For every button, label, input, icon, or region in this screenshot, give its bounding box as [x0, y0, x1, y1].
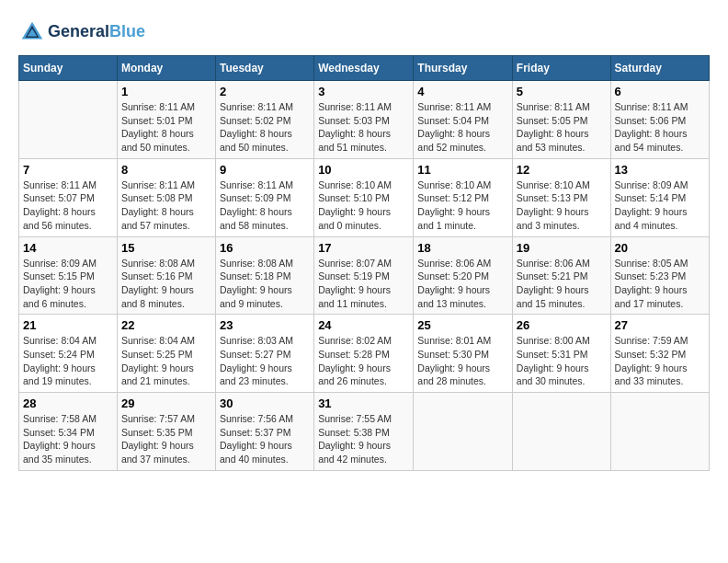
day-cell: 24 Sunrise: 8:02 AMSunset: 5:28 PMDaylig…	[314, 315, 414, 393]
day-cell: 16 Sunrise: 8:08 AMSunset: 5:18 PMDaylig…	[215, 236, 313, 315]
day-info: Sunrise: 8:01 AMSunset: 5:30 PMDaylight:…	[417, 334, 508, 388]
day-number: 4	[417, 85, 508, 98]
header-cell-friday: Friday	[512, 56, 610, 81]
day-cell: 12 Sunrise: 8:10 AMSunset: 5:13 PMDaylig…	[512, 158, 610, 236]
day-info: Sunrise: 8:11 AMSunset: 5:07 PMDaylight:…	[23, 178, 113, 233]
day-cell	[610, 393, 709, 471]
day-info: Sunrise: 8:11 AMSunset: 5:06 PMDaylight:…	[615, 100, 705, 155]
day-number: 31	[318, 396, 409, 410]
day-number: 27	[615, 318, 705, 332]
day-number: 10	[318, 163, 409, 177]
day-info: Sunrise: 8:07 AMSunset: 5:19 PMDaylight:…	[318, 257, 409, 311]
calendar-table: SundayMondayTuesdayWednesdayThursdayFrid…	[18, 55, 710, 471]
day-info: Sunrise: 8:09 AMSunset: 5:15 PMDaylight:…	[23, 257, 113, 311]
day-cell: 11 Sunrise: 8:10 AMSunset: 5:12 PMDaylig…	[414, 158, 513, 236]
week-row-4: 21 Sunrise: 8:04 AMSunset: 5:24 PMDaylig…	[19, 315, 710, 393]
day-cell	[19, 81, 118, 159]
header-cell-saturday: Saturday	[610, 56, 709, 81]
day-info: Sunrise: 8:03 AMSunset: 5:27 PMDaylight:…	[220, 334, 310, 388]
header-cell-sunday: Sunday	[19, 56, 118, 81]
day-cell: 10 Sunrise: 8:10 AMSunset: 5:10 PMDaylig…	[314, 158, 414, 236]
day-info: Sunrise: 8:11 AMSunset: 5:04 PMDaylight:…	[417, 100, 508, 155]
day-info: Sunrise: 7:59 AMSunset: 5:32 PMDaylight:…	[615, 334, 705, 388]
day-info: Sunrise: 8:11 AMSunset: 5:09 PMDaylight:…	[220, 178, 310, 233]
header-row: SundayMondayTuesdayWednesdayThursdayFrid…	[19, 56, 710, 81]
day-info: Sunrise: 7:58 AMSunset: 5:34 PMDaylight:…	[23, 412, 113, 466]
week-row-2: 7 Sunrise: 8:11 AMSunset: 5:07 PMDayligh…	[19, 158, 710, 236]
week-row-1: 1 Sunrise: 8:11 AMSunset: 5:01 PMDayligh…	[19, 81, 710, 159]
day-info: Sunrise: 8:00 AMSunset: 5:31 PMDaylight:…	[517, 334, 607, 388]
day-cell: 8 Sunrise: 8:11 AMSunset: 5:08 PMDayligh…	[117, 158, 215, 236]
day-cell: 22 Sunrise: 8:04 AMSunset: 5:25 PMDaylig…	[117, 315, 215, 393]
day-info: Sunrise: 7:55 AMSunset: 5:38 PMDaylight:…	[318, 412, 409, 466]
day-cell: 18 Sunrise: 8:06 AMSunset: 5:20 PMDaylig…	[414, 236, 513, 315]
day-info: Sunrise: 8:10 AMSunset: 5:13 PMDaylight:…	[517, 178, 607, 233]
day-cell: 14 Sunrise: 8:09 AMSunset: 5:15 PMDaylig…	[19, 236, 118, 315]
day-info: Sunrise: 8:11 AMSunset: 5:03 PMDaylight:…	[318, 100, 409, 155]
day-info: Sunrise: 8:06 AMSunset: 5:20 PMDaylight:…	[417, 257, 508, 311]
day-number: 14	[23, 241, 113, 255]
day-number: 9	[220, 163, 310, 177]
day-info: Sunrise: 8:05 AMSunset: 5:23 PMDaylight:…	[615, 257, 705, 311]
day-number: 21	[23, 318, 113, 332]
day-number: 19	[517, 241, 607, 255]
day-info: Sunrise: 8:10 AMSunset: 5:12 PMDaylight:…	[417, 178, 508, 233]
day-cell: 6 Sunrise: 8:11 AMSunset: 5:06 PMDayligh…	[610, 81, 709, 159]
day-cell: 2 Sunrise: 8:11 AMSunset: 5:02 PMDayligh…	[215, 81, 313, 159]
day-cell	[512, 393, 610, 471]
day-number: 22	[121, 318, 211, 332]
day-info: Sunrise: 8:08 AMSunset: 5:16 PMDaylight:…	[121, 257, 211, 311]
day-number: 5	[517, 85, 607, 98]
day-number: 30	[220, 396, 310, 410]
logo-icon	[18, 18, 46, 46]
day-cell: 31 Sunrise: 7:55 AMSunset: 5:38 PMDaylig…	[314, 393, 414, 471]
week-row-5: 28 Sunrise: 7:58 AMSunset: 5:34 PMDaylig…	[19, 393, 710, 471]
day-cell: 27 Sunrise: 7:59 AMSunset: 5:32 PMDaylig…	[610, 315, 709, 393]
day-number: 3	[318, 85, 409, 98]
day-info: Sunrise: 8:11 AMSunset: 5:08 PMDaylight:…	[121, 178, 211, 233]
day-number: 8	[121, 163, 211, 177]
day-cell: 26 Sunrise: 8:00 AMSunset: 5:31 PMDaylig…	[512, 315, 610, 393]
day-number: 20	[615, 241, 705, 255]
day-cell: 19 Sunrise: 8:06 AMSunset: 5:21 PMDaylig…	[512, 236, 610, 315]
day-info: Sunrise: 8:10 AMSunset: 5:10 PMDaylight:…	[318, 178, 409, 233]
day-number: 29	[121, 396, 211, 410]
day-cell: 1 Sunrise: 8:11 AMSunset: 5:01 PMDayligh…	[117, 81, 215, 159]
day-cell	[414, 393, 513, 471]
day-cell: 3 Sunrise: 8:11 AMSunset: 5:03 PMDayligh…	[314, 81, 414, 159]
day-cell: 15 Sunrise: 8:08 AMSunset: 5:16 PMDaylig…	[117, 236, 215, 315]
day-cell: 17 Sunrise: 8:07 AMSunset: 5:19 PMDaylig…	[314, 236, 414, 315]
day-info: Sunrise: 8:11 AMSunset: 5:02 PMDaylight:…	[220, 100, 310, 155]
header-cell-tuesday: Tuesday	[215, 56, 313, 81]
day-number: 23	[220, 318, 310, 332]
day-info: Sunrise: 8:04 AMSunset: 5:25 PMDaylight:…	[121, 334, 211, 388]
week-row-3: 14 Sunrise: 8:09 AMSunset: 5:15 PMDaylig…	[19, 236, 710, 315]
day-info: Sunrise: 7:56 AMSunset: 5:37 PMDaylight:…	[220, 412, 310, 466]
day-cell: 4 Sunrise: 8:11 AMSunset: 5:04 PMDayligh…	[414, 81, 513, 159]
day-info: Sunrise: 8:06 AMSunset: 5:21 PMDaylight:…	[517, 257, 607, 311]
day-cell: 25 Sunrise: 8:01 AMSunset: 5:30 PMDaylig…	[414, 315, 513, 393]
day-number: 1	[121, 85, 211, 98]
day-info: Sunrise: 8:09 AMSunset: 5:14 PMDaylight:…	[615, 178, 705, 233]
day-cell: 20 Sunrise: 8:05 AMSunset: 5:23 PMDaylig…	[610, 236, 709, 315]
day-info: Sunrise: 8:11 AMSunset: 5:01 PMDaylight:…	[121, 100, 211, 155]
calendar-header: SundayMondayTuesdayWednesdayThursdayFrid…	[19, 56, 710, 81]
day-cell: 23 Sunrise: 8:03 AMSunset: 5:27 PMDaylig…	[215, 315, 313, 393]
header-cell-monday: Monday	[117, 56, 215, 81]
day-number: 11	[417, 163, 508, 177]
day-cell: 30 Sunrise: 7:56 AMSunset: 5:37 PMDaylig…	[215, 393, 313, 471]
day-cell: 7 Sunrise: 8:11 AMSunset: 5:07 PMDayligh…	[19, 158, 118, 236]
header-cell-thursday: Thursday	[414, 56, 513, 81]
day-number: 7	[23, 163, 113, 177]
day-cell: 29 Sunrise: 7:57 AMSunset: 5:35 PMDaylig…	[117, 393, 215, 471]
day-cell: 5 Sunrise: 8:11 AMSunset: 5:05 PMDayligh…	[512, 81, 610, 159]
day-number: 24	[318, 318, 409, 332]
day-number: 15	[121, 241, 211, 255]
day-number: 25	[417, 318, 508, 332]
day-info: Sunrise: 8:08 AMSunset: 5:18 PMDaylight:…	[220, 257, 310, 311]
day-info: Sunrise: 8:11 AMSunset: 5:05 PMDaylight:…	[517, 100, 607, 155]
day-number: 17	[318, 241, 409, 255]
day-number: 6	[615, 85, 705, 98]
page-header: GeneralBlue	[18, 18, 710, 46]
day-number: 12	[517, 163, 607, 177]
